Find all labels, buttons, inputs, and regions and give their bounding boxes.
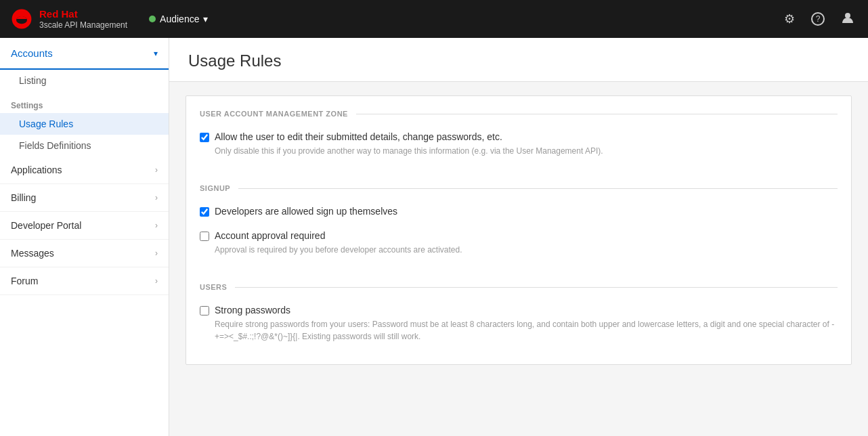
sidebar-applications-label: Applications [11,165,62,175]
setting-checkbox-signup-allowed: Developers are allowed sign up themselve… [200,206,838,217]
sidebar-settings-category: Settings [0,94,169,113]
label-account-approval[interactable]: Account approval required [215,230,325,241]
description-strong-passwords: Require strong passwords from your users… [215,318,838,343]
sidebar-item-messages[interactable]: Messages › [0,240,169,267]
user-account-management-label: USER ACCOUNT MANAGEMENT ZONE [200,110,348,118]
audience-label: Audience [160,14,199,24]
settings-card: USER ACCOUNT MANAGEMENT ZONE Allow the u… [186,95,852,365]
checkbox-signup-allowed[interactable] [200,207,209,217]
checkbox-edit-details[interactable] [200,133,209,142]
page-title: Usage Rules [188,51,849,70]
users-label: USERS [200,283,227,291]
logo: Red Hat 3scale API Management [11,8,127,30]
sidebar-accounts-header[interactable]: Accounts ▾ [0,38,169,70]
setting-row-strong-passwords: Strong passwords Require strong password… [186,302,851,351]
sidebar-item-forum[interactable]: Forum › [0,267,169,295]
label-signup-allowed[interactable]: Developers are allowed sign up themselve… [215,206,397,217]
sidebar-item-applications[interactable]: Applications › [0,156,169,184]
sidebar: Accounts ▾ Listing Settings Usage Rules … [0,38,169,436]
layout: Accounts ▾ Listing Settings Usage Rules … [0,38,868,436]
redhat-logo-icon [11,8,32,30]
gear-icon[interactable]: ⚙ [781,9,798,29]
audience-button[interactable]: Audience ▾ [144,9,213,28]
sidebar-developer-portal-label: Developer Portal [11,220,81,231]
setting-row-account-approval: Account approval required Approval is re… [186,227,851,264]
description-account-approval: Approval is required by you before devel… [215,244,838,256]
messages-chevron-icon: › [155,248,158,258]
setting-row-signup-allowed: Developers are allowed sign up themselve… [186,203,851,227]
setting-row-edit-details: Allow the user to edit their submitted d… [186,129,851,165]
developer-portal-chevron-icon: › [155,221,158,230]
topnav: Red Hat 3scale API Management Audience ▾… [0,0,868,38]
brand-sub: 3scale API Management [39,20,127,30]
main-content: Usage Rules USER ACCOUNT MANAGEMENT ZONE… [169,38,868,436]
description-edit-details: Only disable this if you provide another… [215,145,838,157]
label-edit-details[interactable]: Allow the user to edit their submitted d… [215,131,502,142]
sidebar-item-listing[interactable]: Listing [0,70,169,91]
sidebar-item-fields-definitions[interactable]: Fields Definitions [0,135,169,156]
sidebar-accounts-section: Accounts ▾ Listing Settings Usage Rules … [0,38,169,156]
audience-chevron-icon: ▾ [203,14,208,24]
logo-text: Red Hat 3scale API Management [39,8,127,30]
billing-chevron-icon: › [155,193,158,202]
signup-section-header: SIGNUP [186,171,851,203]
users-section-header: USERS [186,269,851,302]
content-body: USER ACCOUNT MANAGEMENT ZONE Allow the u… [169,82,868,378]
audience-status-dot [149,16,156,22]
checkbox-account-approval[interactable] [200,232,209,241]
sidebar-item-billing[interactable]: Billing › [0,184,169,212]
sidebar-billing-label: Billing [11,192,36,203]
help-icon[interactable]: ? [811,12,825,26]
sidebar-item-usage-rules[interactable]: Usage Rules [0,113,169,135]
accounts-chevron-icon: ▾ [154,49,158,58]
label-strong-passwords[interactable]: Strong passwords [215,305,290,315]
sidebar-messages-label: Messages [11,248,54,259]
sidebar-accounts-label: Accounts [11,47,53,59]
svg-point-2 [845,13,850,18]
setting-checkbox-account-approval: Account approval required [200,230,838,241]
sidebar-item-developer-portal[interactable]: Developer Portal › [0,212,169,240]
divider-line-1 [356,114,838,114]
user-icon[interactable] [838,8,857,30]
divider-line-3 [235,287,838,288]
applications-chevron-icon: › [155,165,158,175]
brand-name: Red Hat [39,8,127,20]
checkbox-strong-passwords[interactable] [200,306,209,315]
setting-checkbox-strong-passwords: Strong passwords [200,305,838,315]
divider-line-2 [238,188,838,189]
sidebar-forum-label: Forum [11,276,38,286]
user-account-management-section-header: USER ACCOUNT MANAGEMENT ZONE [186,96,851,129]
forum-chevron-icon: › [155,276,158,286]
topnav-right: ⚙ ? [781,8,857,30]
page-header: Usage Rules [169,38,868,82]
setting-checkbox-edit-details: Allow the user to edit their submitted d… [200,131,838,142]
topnav-left: Red Hat 3scale API Management Audience ▾ [11,8,213,30]
signup-label: SIGNUP [200,184,230,192]
